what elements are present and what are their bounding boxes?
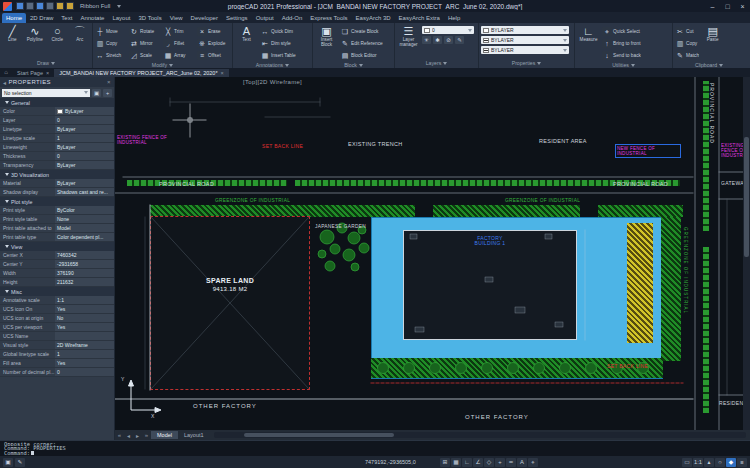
cut-button[interactable]: ✂Cut [675,25,699,37]
measure-button[interactable]: ∟ Measure [577,25,600,43]
close-icon[interactable]: × [221,70,224,76]
save-icon[interactable] [36,2,44,10]
send-to-back-button[interactable]: ↓Send to back [602,49,641,61]
pick-add-icon[interactable]: + [103,89,112,97]
maximize-button[interactable]: □ [720,1,735,12]
stretch-button[interactable]: ↔Stretch [95,49,128,61]
ribbon-tab-home[interactable]: Home [2,13,26,23]
open-file-icon[interactable] [26,2,34,10]
layer-lock-icon[interactable]: ⊘ [444,36,453,44]
erase-button[interactable]: ×Erase [197,25,230,37]
block-editor-button[interactable]: ▤Block Editor [340,49,383,61]
ribbon-tab-settings[interactable]: Settings [222,13,252,23]
layer-on-icon[interactable]: ☀ [422,36,431,44]
section-view[interactable]: View [0,242,114,251]
next-tab-icon[interactable]: ▸ [133,432,142,439]
section-3d-visualization[interactable]: 3D Visualization [0,170,114,179]
section-misc[interactable]: Misc [0,287,114,296]
properties-panel-header[interactable]: ◂ PROPERTIES × [0,77,114,87]
line-button[interactable]: ╱ Line [2,25,23,43]
ribbon-tab-annotate[interactable]: Annotate [76,13,108,23]
menu-icon[interactable]: ≡ [737,458,747,467]
insert-table-button[interactable]: ▦Insert Table [260,49,296,61]
polar-toggle[interactable]: ∠ [473,458,483,467]
snap-toggle[interactable]: ⊞ [440,458,450,467]
undo-icon[interactable] [56,2,64,10]
create-block-button[interactable]: ❏Create Block [340,25,383,37]
ribbon-tab-3d-tools[interactable]: 3D Tools [134,13,165,23]
command-prompt[interactable]: Command: [4,451,746,455]
first-tab-icon[interactable]: « [115,432,124,438]
brightness-icon[interactable]: ☼ [715,458,725,467]
ribbon-tab-output[interactable]: Output [252,13,278,23]
print-icon[interactable] [46,2,54,10]
paste-button[interactable]: ▤ Paste [701,25,724,43]
ribbon-tab-add-on[interactable]: Add-On [278,13,307,23]
close-icon[interactable]: × [46,70,49,76]
ribbon-tab-easyarch-extra[interactable]: EasyArch Extra [395,13,444,23]
annotation-icon[interactable]: ▴ [704,458,714,467]
close-button[interactable]: × [735,1,750,12]
select-objects-icon[interactable]: ▣ [92,89,101,97]
ribbon-tab-view[interactable]: View [166,13,187,23]
section-plot-style[interactable]: Plot style [0,197,114,206]
panel-collapse-icon[interactable]: ◂ [3,79,6,86]
rotate-button[interactable]: ↻Rotate [129,25,162,37]
vertical-scrollbar[interactable] [743,77,750,430]
esnap-toggle[interactable]: ◇ [484,458,494,467]
scale-display[interactable]: 1:1 [693,458,703,467]
lineweight-dropdown[interactable]: BYLAYER [481,46,569,54]
app-status-icon[interactable]: ▣ [3,458,13,467]
command-window[interactable]: Opposite corner: Command: PROPERTIES Com… [0,440,750,456]
array-button[interactable]: ▦Array [163,49,196,61]
color-dropdown[interactable]: BYLAYER [481,26,569,34]
horizontal-scrollbar-thumb[interactable] [244,433,394,437]
selection-dropdown[interactable]: No selection [2,89,90,97]
viewport-controls-label[interactable]: [Top][2D Wireframe] [243,79,302,85]
offset-button[interactable]: ≡Offset [197,49,230,61]
group-label-properties[interactable]: Properties [479,59,574,68]
scale-button[interactable]: ◿Scale [129,49,162,61]
viewport-icon[interactable]: ▭ [682,458,692,467]
panel-close-icon[interactable]: × [107,79,111,85]
doc-tab-start-page[interactable]: Start Page × [12,69,54,77]
bring-to-front-button[interactable]: ↑Bring to front [602,37,641,49]
etrack-toggle[interactable]: + [495,458,505,467]
ribbon-tab-text[interactable]: Text [57,13,76,23]
ribbon-tab-express-tools[interactable]: Express Tools [306,13,351,23]
tab-model[interactable]: Model [151,431,178,439]
model-space-canvas[interactable]: [Top][2D Wireframe] EXISTING FENCE OF IN… [115,77,750,430]
vertical-scrollbar-thumb[interactable] [744,137,749,257]
trim-button[interactable]: ╳Trim [163,25,196,37]
notes-icon[interactable]: ✎ [15,458,25,467]
tab-layout1[interactable]: Layout1 [178,431,210,439]
last-tab-icon[interactable]: » [142,432,151,438]
dim-style-button[interactable]: ⇤Dim style [260,37,296,49]
app-logo-icon[interactable] [3,2,12,11]
layer-freeze-icon[interactable]: ✱ [433,36,442,44]
group-label-clipboard[interactable]: Clipboard [673,61,745,68]
arc-button[interactable]: ⌒ Arc [70,25,91,43]
match-properties-button[interactable]: ✎Match [675,49,699,61]
clean-screen-icon[interactable]: ◆ [726,458,736,467]
polyline-button[interactable]: ∿ Polyline [25,25,46,43]
explode-button[interactable]: ※Explode [197,37,230,49]
text-button[interactable]: A Text [235,25,258,43]
new-file-icon[interactable] [16,2,24,10]
layer-manager-button[interactable]: ☰ Layer manager [397,25,420,48]
fillet-button[interactable]: ◞Fillet [163,37,196,49]
edit-reference-button[interactable]: ✎Edit Reference [340,37,383,49]
quick-dim-button[interactable]: ↔Quick Dim [260,25,296,37]
group-label-modify[interactable]: Modify [93,61,232,68]
layer-dropdown[interactable]: 0 [422,26,474,34]
home-icon[interactable]: ⌂ [0,68,12,77]
prev-tab-icon[interactable]: ◂ [124,432,133,439]
mirror-button[interactable]: ⇄Mirror [129,37,162,49]
lineweight-toggle[interactable]: ━ [506,458,516,467]
horizontal-scrollbar[interactable] [214,432,746,438]
insert-block-button[interactable]: ▣ Insert Block [315,25,338,48]
section-general[interactable]: General [0,98,114,107]
move-button[interactable]: ┼Move [95,25,128,37]
redo-icon[interactable] [66,2,74,10]
group-label-utilities[interactable]: Utilities [575,61,672,68]
